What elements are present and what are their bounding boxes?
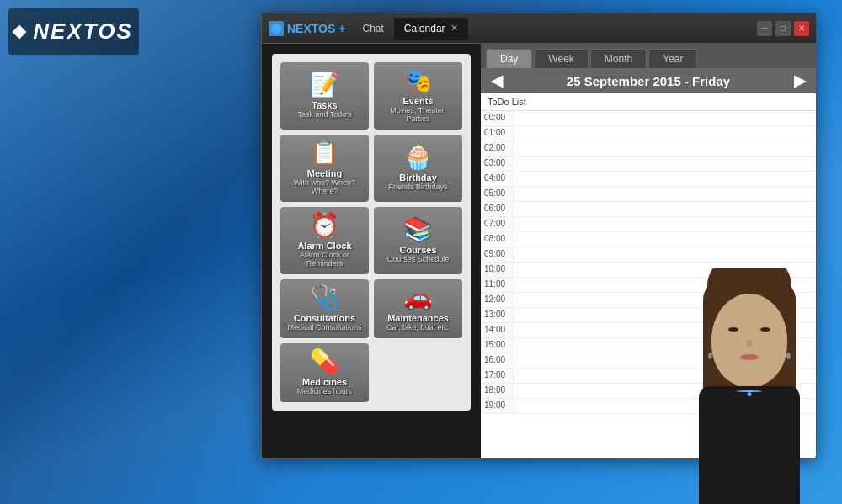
time-row: 09:00 (481, 247, 816, 263)
time-label: 16:00 (481, 353, 514, 368)
avatar-figure (674, 268, 825, 504)
item-title: Birthday (399, 172, 437, 183)
item-subtitle: Medical Consultations (287, 323, 361, 332)
item-title: Consultations (294, 313, 355, 323)
avatar (657, 268, 842, 504)
time-content[interactable] (514, 172, 816, 186)
item-subtitle: Friends Birthdays (388, 183, 447, 191)
time-label: 17:00 (481, 369, 514, 383)
item-title: Events (402, 96, 433, 106)
avatar-body (699, 386, 800, 504)
grid-item-courses[interactable]: 📚 Courses Courses Schedule (374, 207, 462, 274)
time-label: 01:00 (481, 126, 514, 141)
app-icon (269, 21, 284, 36)
time-label: 12:00 (481, 293, 514, 307)
time-label: 13:00 (481, 308, 514, 322)
item-icon: 🩺 (310, 286, 339, 310)
items-grid: 📝 Tasks Task and Todo's 🎭 Events Movies,… (272, 54, 471, 411)
view-tab-day[interactable]: Day (486, 49, 532, 68)
grid-item-birthday[interactable]: 🧁 Birthday Friends Birthdays (374, 135, 462, 202)
grid-item-alarm-clock[interactable]: ⏰ Alarm Clock Alarm Clock or Reminders (280, 207, 369, 274)
item-icon: 🎭 (403, 69, 433, 93)
time-label: 11:00 (481, 278, 514, 292)
grid-item-consultations[interactable]: 🩺 Consultations Medical Consultations (280, 279, 369, 338)
grid-item-maintenances[interactable]: 🚗 Maintenances Car, bike, boat etc. (374, 279, 462, 338)
time-content[interactable] (514, 187, 816, 201)
time-row: 01:00 (481, 126, 816, 141)
tab-close-icon[interactable]: ✕ (450, 23, 458, 34)
grid-item-events[interactable]: 🎭 Events Movies, Theater, Parties (374, 62, 462, 130)
item-title: Tasks (312, 100, 337, 110)
time-label: 15:00 (481, 338, 514, 353)
maximize-button[interactable]: □ (775, 21, 791, 36)
item-subtitle: Movies, Theater, Parties (379, 106, 457, 123)
item-icon: 💊 (310, 350, 339, 374)
item-icon: 🚗 (403, 286, 433, 310)
item-title: Courses (399, 245, 436, 255)
time-row: 04:00 (481, 172, 816, 187)
item-icon: ⏰ (310, 214, 339, 237)
time-content[interactable] (514, 141, 816, 156)
view-tab-month[interactable]: Month (590, 49, 647, 68)
time-content[interactable] (514, 232, 816, 247)
item-subtitle: Alarm Clock or Reminders (285, 251, 364, 268)
grid-item-meeting[interactable]: 📋 Meeting With who? When? Where? (280, 135, 369, 202)
time-row: 05:00 (481, 187, 816, 202)
view-tab-week[interactable]: Week (534, 49, 588, 68)
item-subtitle: Car, bike, boat etc. (386, 323, 450, 332)
time-label: 19:00 (481, 399, 514, 413)
item-icon: 📚 (403, 218, 433, 241)
avatar-head (711, 294, 787, 386)
time-label: 02:00 (481, 141, 514, 156)
item-title: Meeting (307, 168, 343, 178)
grid-item-tasks[interactable]: 📝 Tasks Task and Todo's (280, 62, 369, 130)
grid-item-medicines[interactable]: 💊 Medicines Medicines hours (280, 343, 369, 402)
time-label: 07:00 (481, 217, 514, 231)
time-label: 04:00 (481, 172, 514, 186)
time-label: 14:00 (481, 323, 514, 337)
time-label: 09:00 (481, 247, 514, 262)
time-label: 08:00 (481, 232, 514, 247)
window-controls: ─ □ ✕ (757, 21, 809, 36)
tab-calendar[interactable]: Calendar ✕ (394, 18, 468, 40)
item-title: Medicines (302, 377, 347, 387)
todo-header: ToDo List (481, 93, 816, 111)
close-button[interactable]: ✕ (794, 21, 809, 36)
time-row: 00:00 (481, 111, 816, 126)
time-row: 03:00 (481, 157, 816, 172)
item-subtitle: Medicines hours (297, 387, 353, 395)
logo-area: NEXTOS (8, 8, 139, 55)
time-label: 00:00 (481, 111, 514, 125)
logo-label: NEXTOS (33, 19, 132, 45)
prev-button[interactable]: ◀ (491, 73, 503, 88)
view-tabs: DayWeekMonthYear (481, 44, 816, 68)
minimize-button[interactable]: ─ (757, 21, 772, 36)
time-row: 02:00 (481, 141, 816, 157)
time-label: 05:00 (481, 187, 514, 201)
item-title: Maintenances (387, 313, 449, 323)
time-label: 06:00 (481, 202, 514, 216)
title-plus: + (338, 22, 345, 35)
time-content[interactable] (514, 126, 816, 141)
time-content[interactable] (514, 217, 816, 231)
item-subtitle: Courses Schedule (387, 255, 450, 263)
calendar-date-title: 25 September 2015 - Friday (567, 74, 730, 88)
item-subtitle: With who? When? Where? (285, 178, 364, 195)
time-content[interactable] (514, 111, 816, 125)
logo-text: NEXTOS (14, 19, 132, 45)
item-icon: 🧁 (403, 146, 433, 169)
time-row: 07:00 (481, 217, 816, 232)
view-tab-year[interactable]: Year (648, 49, 697, 68)
time-content[interactable] (514, 247, 816, 262)
time-label: 18:00 (481, 384, 514, 398)
calendar-header: ◀ 25 September 2015 - Friday ▶ (481, 68, 816, 93)
time-row: 06:00 (481, 202, 816, 217)
time-label: 03:00 (481, 157, 514, 171)
tab-chat[interactable]: Chat (353, 18, 394, 40)
time-content[interactable] (514, 202, 816, 216)
logo-diamond (13, 24, 27, 39)
time-content[interactable] (514, 157, 816, 171)
item-subtitle: Task and Todo's (297, 110, 351, 119)
item-icon: 📝 (310, 73, 339, 97)
next-button[interactable]: ▶ (794, 73, 806, 88)
